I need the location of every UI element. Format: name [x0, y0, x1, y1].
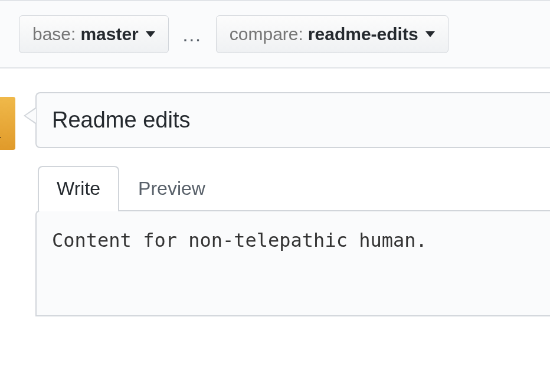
- chevron-down-icon: [425, 31, 435, 37]
- base-label: base:: [32, 24, 76, 44]
- compare-branch-name: readme-edits: [308, 24, 418, 44]
- speech-bubble-arrow-icon: [24, 107, 35, 124]
- compare-branch-selector[interactable]: compare: readme-edits: [216, 15, 448, 53]
- tab-write[interactable]: Write: [38, 166, 119, 211]
- pull-request-form: Write Preview: [0, 68, 550, 316]
- user-avatar: [0, 97, 15, 150]
- pr-body-textarea[interactable]: [52, 229, 535, 274]
- form-column: Write Preview: [35, 92, 550, 316]
- tab-preview[interactable]: Preview: [119, 166, 224, 211]
- base-branch-name: master: [80, 24, 138, 44]
- branch-comparison-bar: base: master … compare: readme-edits: [0, 0, 550, 68]
- comment-tabs: Write Preview: [38, 166, 550, 210]
- ellipsis-separator: …: [179, 23, 205, 46]
- avatar-column: [0, 92, 35, 316]
- compare-label: compare:: [230, 24, 303, 44]
- base-branch-selector[interactable]: base: master: [19, 15, 169, 53]
- pr-title-input[interactable]: [35, 92, 550, 148]
- chevron-down-icon: [146, 31, 155, 37]
- pr-body-container: [35, 210, 550, 316]
